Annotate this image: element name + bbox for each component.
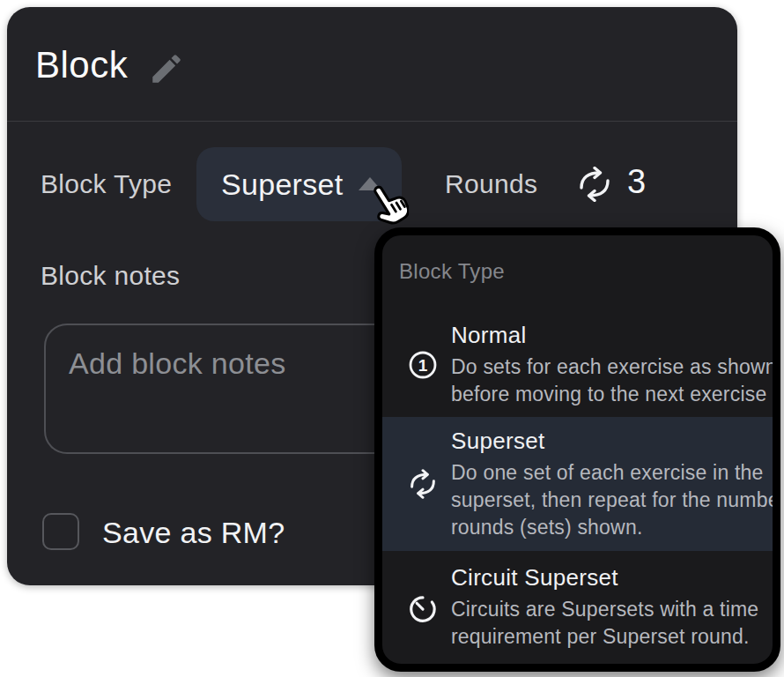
menu-item-title: Superset xyxy=(451,428,757,454)
block-type-menu: Block Type 1 Normal Do sets for each exe… xyxy=(374,227,780,672)
menu-item-text: Circuit Superset Circuits are Supersets … xyxy=(447,564,757,651)
timer-icon xyxy=(398,591,447,624)
card-header: Block xyxy=(7,7,737,122)
rounds-label: Rounds xyxy=(445,169,537,199)
repeat-icon xyxy=(574,167,615,202)
menu-item-desc-line: rounds (sets) shown. xyxy=(451,514,757,541)
menu-item-desc-line: Do sets for each exercise as shown, xyxy=(451,353,757,381)
rounds-value[interactable]: 3 xyxy=(627,162,646,201)
pencil-icon[interactable] xyxy=(148,49,185,88)
number-one-circle-icon: 1 xyxy=(398,349,447,381)
svg-text:1: 1 xyxy=(418,356,428,375)
menu-item-desc-line: before moving to the next exercise xyxy=(451,381,757,408)
menu-item-title: Normal xyxy=(451,322,757,348)
menu-item-circuit-superset[interactable]: Circuit Superset Circuits are Supersets … xyxy=(382,551,773,664)
save-rm-checkbox[interactable] xyxy=(42,513,79,550)
menu-item-title: Circuit Superset xyxy=(451,564,757,591)
caret-up-icon xyxy=(359,177,381,190)
menu-header: Block Type xyxy=(399,258,773,285)
page: Block Block Type Superset Rounds 3 Block… xyxy=(0,0,784,677)
save-rm-label: Save as RM? xyxy=(102,515,285,550)
menu-item-text: Normal Do sets for each exercise as show… xyxy=(447,322,757,408)
block-type-value: Superset xyxy=(221,167,343,202)
menu-item-desc-line: Do one set of each exercise in the xyxy=(451,459,757,487)
block-notes-label: Block notes xyxy=(41,261,180,291)
menu-item-desc-line: superset, then repeat for the number of xyxy=(451,487,757,514)
block-type-dropdown[interactable]: Superset xyxy=(196,147,402,221)
page-title: Block xyxy=(35,44,128,86)
menu-item-normal[interactable]: 1 Normal Do sets for each exercise as sh… xyxy=(382,313,773,417)
block-type-label: Block Type xyxy=(41,169,172,199)
menu-item-desc-line: requirement per Superset round. xyxy=(451,623,757,651)
repeat-icon xyxy=(398,469,447,499)
menu-item-superset[interactable]: Superset Do one set of each exercise in … xyxy=(382,417,773,551)
menu-item-desc-line: Circuits are Supersets with a time xyxy=(451,596,757,623)
menu-item-text: Superset Do one set of each exercise in … xyxy=(447,428,757,541)
